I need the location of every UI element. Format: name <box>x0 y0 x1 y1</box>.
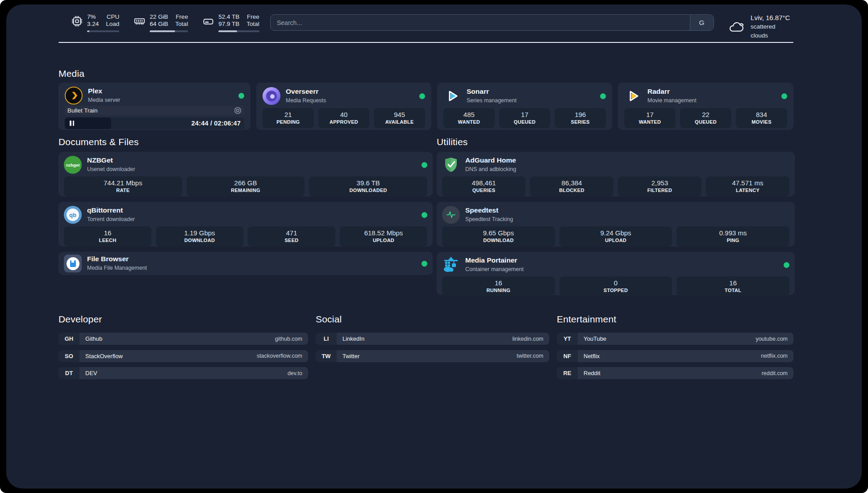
weather-location: Lviv, 16.87°C <box>751 13 793 22</box>
link-tag: LI <box>316 333 337 345</box>
cpu-usage-value: 7% <box>87 13 99 21</box>
link-tag: GH <box>58 333 79 345</box>
disk-progress-track <box>218 30 259 33</box>
portainer-status-dot <box>784 262 789 268</box>
link-url: linkedin.com <box>513 336 543 342</box>
link-dev[interactable]: DT DEVdev.to <box>58 367 308 379</box>
cpu-metric: 7% 3.24 CPU Load <box>71 13 119 32</box>
ram-metric: 22 GiB 64 GiB Free Total <box>134 13 188 32</box>
link-name: StackOverflow <box>85 353 123 359</box>
section-title-utilities: Utilities <box>437 137 467 147</box>
adguard-card[interactable]: AdGuard Home DNS and adblocking 498,461Q… <box>437 152 795 196</box>
overseerr-card[interactable]: Overseerr Media Requests 21PENDING 40APP… <box>256 83 431 130</box>
disk-icon <box>202 15 214 27</box>
section-title-media: Media <box>58 68 84 79</box>
weather-widget: Lviv, 16.87°C scattered clouds <box>728 13 793 40</box>
radarr-icon <box>624 87 642 105</box>
link-netflix[interactable]: NF Netflixnetflix.com <box>557 350 793 362</box>
stat-tile: 40APPROVED <box>318 108 370 128</box>
header-divider <box>58 42 793 43</box>
stat-tile: 9.24 GbpsUPLOAD <box>559 226 672 246</box>
cpu-load-label: Load <box>106 21 119 28</box>
pause-icon <box>70 121 71 126</box>
qbittorrent-title: qBittorrent <box>87 206 135 214</box>
media-cards-row: Plex Media server Bullet Train 24:44 / 0… <box>58 83 793 130</box>
stat-tile: 16RUNNING <box>442 276 555 297</box>
disk-free-label: Free <box>247 13 259 21</box>
ram-total-label: Total <box>175 21 188 28</box>
link-tag: DT <box>58 367 79 379</box>
sonarr-card[interactable]: Sonarr Series management 485WANTED 17QUE… <box>437 83 612 130</box>
overseerr-subtitle: Media Requests <box>286 96 326 104</box>
cloud-icon <box>728 20 745 34</box>
nzbget-card[interactable]: nzbget NZBGet Usenet downloader 744.21 M… <box>58 152 433 196</box>
link-tag: TW <box>316 350 337 362</box>
radarr-status-dot <box>781 93 787 99</box>
disk-total-value: 97.9 TB <box>218 21 239 28</box>
window-frame: 7% 3.24 CPU Load <box>0 0 868 493</box>
disk-metric: 52.4 TB 97.9 TB Free Total <box>202 13 259 32</box>
nzbget-icon: nzbget <box>64 156 82 174</box>
cpu-progress-fill <box>87 30 89 33</box>
section-title-entertainment: Entertainment <box>557 314 793 325</box>
stat-tile: 266 GBREMAINING <box>187 176 305 196</box>
link-linkedin[interactable]: LI LinkedInlinkedin.com <box>316 333 549 345</box>
plex-subtitle: Media server <box>88 96 120 104</box>
ram-icon <box>134 15 146 27</box>
search-engine-button[interactable]: G <box>690 15 714 30</box>
link-name: Reddit <box>584 370 601 376</box>
link-name: Netflix <box>584 353 600 359</box>
stat-tile: 16LEECH <box>64 226 151 246</box>
search-input[interactable] <box>270 14 714 31</box>
cpu-label: CPU <box>107 13 120 21</box>
nzbget-status-dot <box>421 162 427 168</box>
stat-tile: 498,461QUERIES <box>442 176 526 196</box>
qbittorrent-status-dot <box>421 212 427 218</box>
link-url: dev.to <box>288 370 302 376</box>
dashboard-page: 7% 3.24 CPU Load <box>6 4 862 489</box>
filebrowser-subtitle: Media File Management <box>87 264 147 272</box>
nzbget-title: NZBGet <box>87 156 135 164</box>
link-url: youtube.com <box>755 336 788 342</box>
link-github[interactable]: GH Githubgithub.com <box>58 333 308 345</box>
link-twitter[interactable]: TW Twittertwitter.com <box>316 350 549 362</box>
bookmark-sections: Developer GH Githubgithub.com SO StackOv… <box>58 314 793 384</box>
social-section: Social LI LinkedInlinkedin.com TW Twitte… <box>316 314 549 384</box>
ram-free-value: 22 GiB <box>150 13 168 21</box>
qbittorrent-subtitle: Torrent downloader <box>87 215 135 223</box>
adguard-icon <box>442 156 460 174</box>
adguard-subtitle: DNS and adblocking <box>465 165 516 173</box>
filebrowser-title: File Browser <box>87 255 147 263</box>
link-tag: RE <box>557 367 578 379</box>
search-bar: G <box>270 14 714 31</box>
adguard-title: AdGuard Home <box>465 156 516 164</box>
documents-column: nzbget NZBGet Usenet downloader 744.21 M… <box>58 152 433 275</box>
section-title-social: Social <box>316 314 549 325</box>
stat-tile: 47.571 msLATENCY <box>706 176 789 196</box>
stat-tile: 834MOVIES <box>736 108 787 128</box>
link-stackoverflow[interactable]: SO StackOverflowstackoverflow.com <box>58 350 308 362</box>
stat-tile: 485WANTED <box>443 108 495 128</box>
plex-card[interactable]: Plex Media server Bullet Train 24:44 / 0… <box>58 83 250 130</box>
speedtest-title: Speedtest <box>465 206 513 214</box>
link-youtube[interactable]: YT YouTubeyoutube.com <box>557 333 793 345</box>
stat-tile: 22QUEUED <box>680 108 731 128</box>
filebrowser-card[interactable]: File Browser Media File Management <box>58 252 433 275</box>
radarr-card[interactable]: Radarr Movie management 17WANTED 22QUEUE… <box>618 83 793 130</box>
link-url: netflix.com <box>761 353 788 359</box>
overseerr-title: Overseerr <box>286 88 326 96</box>
speedtest-card[interactable]: Speedtest Speedtest Tracking 9.65 GbpsDO… <box>437 202 795 246</box>
pause-button[interactable] <box>65 117 111 129</box>
ram-free-label: Free <box>175 13 188 21</box>
ram-progress-track <box>150 30 188 33</box>
link-name: LinkedIn <box>342 335 364 342</box>
sonarr-status-dot <box>600 93 606 99</box>
stat-tile: 2,953FILTERED <box>618 176 701 196</box>
link-reddit[interactable]: RE Redditreddit.com <box>557 367 793 379</box>
qbittorrent-card[interactable]: qb qBittorrent Torrent downloader 16LEEC… <box>58 202 433 246</box>
link-tag: YT <box>557 333 578 345</box>
link-name: Twitter <box>342 353 359 359</box>
portainer-card[interactable]: Media Portainer Container management 16R… <box>437 252 795 295</box>
link-tag: NF <box>557 350 578 362</box>
sonarr-subtitle: Series management <box>467 96 517 104</box>
